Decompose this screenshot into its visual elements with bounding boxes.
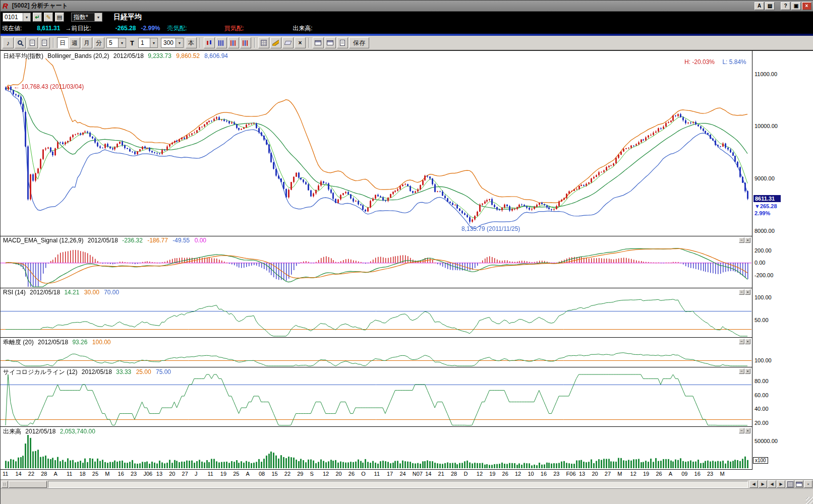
volume-chart-canvas[interactable] xyxy=(1,426,752,469)
window-layout-button[interactable] xyxy=(313,37,324,48)
kairi-value: 93.26 xyxy=(72,339,87,346)
minute-interval-value: 5 xyxy=(107,39,118,46)
last-price-badge: 8611.31 xyxy=(753,195,781,202)
bar-chart-button[interactable] xyxy=(216,37,227,48)
x-axis-label: M xyxy=(720,471,736,477)
chevron-down-icon[interactable]: ▼ xyxy=(23,13,30,21)
scroll-right-button[interactable]: ▶ xyxy=(759,480,767,488)
eraser-button[interactable] xyxy=(282,37,294,48)
scrollbar-track[interactable] xyxy=(48,481,748,488)
chevron-down-icon[interactable]: ▼ xyxy=(150,38,157,47)
chevron-down-icon[interactable]: ▼ xyxy=(176,38,183,47)
layout-button[interactable]: ▤ xyxy=(765,2,775,10)
edit-icon-button[interactable]: ✎ xyxy=(44,13,53,22)
bar-count-select[interactable]: 300 ▼ xyxy=(161,38,184,48)
macd-minimize-button[interactable]: − xyxy=(739,237,744,243)
chevron-down-icon[interactable]: ▼ xyxy=(94,13,102,21)
font-button[interactable]: A xyxy=(754,2,764,10)
grid-icon xyxy=(261,40,267,46)
note-button[interactable]: ♪ xyxy=(3,37,14,48)
macd-close-button[interactable]: × xyxy=(745,237,750,243)
period-monthly-button[interactable]: 月 xyxy=(81,37,92,48)
jump-end-button[interactable]: ▶ xyxy=(777,480,785,488)
rsi-title: RSI (14) xyxy=(3,289,26,296)
volume-minimize-button[interactable]: − xyxy=(739,428,744,433)
psych-title: サイコロジカルライン (12) xyxy=(3,368,78,375)
hilo-chart-button[interactable] xyxy=(240,37,251,48)
window-title: [5002] 分析チャート xyxy=(12,2,68,10)
jump-start-button[interactable]: ◀ xyxy=(768,480,776,488)
maximize-button[interactable]: ▣ xyxy=(791,2,801,10)
save-button[interactable]: 保存 xyxy=(349,37,369,48)
return-icon: ↵ xyxy=(35,14,39,21)
scrollbar-grip[interactable] xyxy=(2,481,8,488)
window-icon xyxy=(796,482,802,487)
rsi-close-button[interactable]: × xyxy=(745,289,750,295)
kairi-close-button[interactable]: × xyxy=(745,339,750,344)
macd-value: -236.32 xyxy=(122,237,143,244)
colored-bar-chart-button[interactable] xyxy=(228,37,239,48)
period-weekly-button[interactable]: 週 xyxy=(69,37,80,48)
psych-close-button[interactable]: × xyxy=(745,368,750,374)
candle-chart-button[interactable] xyxy=(204,37,215,48)
copy-chart2-button[interactable] xyxy=(39,37,50,48)
volume-date: 2012/05/18 xyxy=(25,428,55,435)
layout-grid-button[interactable] xyxy=(786,480,794,488)
price-axis-label: 10000.00 xyxy=(754,123,778,129)
symbol-code-input[interactable]: 0101 ▼ xyxy=(3,13,31,22)
tick-select[interactable]: 1 ▼ xyxy=(138,38,158,48)
macd-panel-header: MACD_EMA_Signal (12,26,9) 2012/05/18 -23… xyxy=(3,237,209,244)
delete-drawing-button[interactable]: × xyxy=(295,37,306,48)
psych-date: 2012/05/18 xyxy=(82,368,112,375)
price-chart-canvas[interactable] xyxy=(1,51,752,236)
page-icon xyxy=(340,40,345,46)
help-button[interactable]: ? xyxy=(781,2,790,10)
minute-interval-select[interactable]: 5 ▼ xyxy=(106,38,126,48)
kairi-base-value: 100.00 xyxy=(92,339,111,346)
period-daily-button[interactable]: 日 xyxy=(57,37,68,48)
list-icon: ▤ xyxy=(57,14,62,21)
price-axis-label: 11000.00 xyxy=(754,71,777,77)
macd-date: 2012/05/18 xyxy=(88,237,118,244)
bollinger-upper-value: 9,860.52 xyxy=(176,52,200,59)
bar-unit-button[interactable]: 本 xyxy=(186,37,197,48)
symbol-type-select[interactable]: 指数* ▼ xyxy=(71,13,102,22)
period-minute-button[interactable]: 分 xyxy=(93,37,104,48)
enter-icon-button[interactable]: ↵ xyxy=(33,13,42,22)
psych-minimize-button[interactable]: − xyxy=(739,368,744,374)
rsi-minimize-button[interactable]: − xyxy=(739,289,744,295)
macd-axis-label: -200.00 xyxy=(754,272,773,278)
bollinger-lower-value: 8,606.94 xyxy=(204,52,228,59)
kairi-title: 乖離度 (20) xyxy=(3,339,34,346)
scroll-left-button[interactable]: ◀ xyxy=(749,480,758,488)
app-window: R [5002] 分析チャート A ▤ ? ▣ × 0101 ▼ ↵ ✎ ▤ 指… xyxy=(0,0,813,504)
psych-panel-controls: − × xyxy=(739,368,750,374)
separator xyxy=(200,38,201,48)
kairi-minimize-button[interactable]: − xyxy=(739,339,744,344)
close-chart-button[interactable]: × xyxy=(804,480,812,488)
chevron-down-icon[interactable]: ▼ xyxy=(118,38,126,47)
psych-axis-label: 60.00 xyxy=(754,392,769,398)
grid-toggle-button[interactable] xyxy=(258,37,269,48)
window-layout2-button[interactable] xyxy=(325,37,336,48)
list-icon-button[interactable]: ▤ xyxy=(55,13,64,22)
layout-table-button[interactable] xyxy=(795,480,803,488)
copy-chart-button[interactable] xyxy=(27,37,38,48)
zoom-button[interactable] xyxy=(15,37,26,48)
axis-divider xyxy=(752,51,752,470)
note-icon: ♪ xyxy=(7,39,10,47)
new-page-button[interactable] xyxy=(337,37,348,48)
psych-panel-header: サイコロジカルライン (12) 2012/05/18 33.33 25.00 7… xyxy=(3,368,174,376)
close-button[interactable]: × xyxy=(802,2,811,10)
panel-divider xyxy=(1,236,752,236)
resize-grip-icon[interactable] xyxy=(806,497,813,504)
price-indicator-label: Bollinger_Bands (20,2) xyxy=(47,52,109,59)
volume-close-button[interactable]: × xyxy=(745,428,750,433)
titlebar: R [5002] 分析チャート A ▤ ? ▣ × xyxy=(1,1,813,12)
zoom-icon xyxy=(18,40,22,45)
psych-value: 33.33 xyxy=(116,368,131,375)
bollinger-mid-value: 9,233.73 xyxy=(148,52,171,59)
bar-chart-icon xyxy=(218,40,224,46)
scrollbar-thumb[interactable] xyxy=(9,481,47,488)
draw-line-button[interactable] xyxy=(270,37,281,48)
